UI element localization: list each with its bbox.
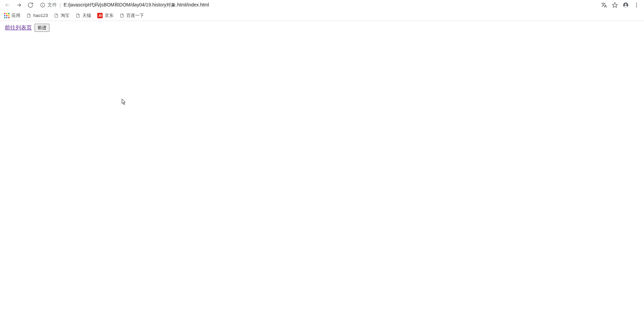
cursor-icon [122,99,126,105]
svg-point-5 [625,4,627,5]
menu-icon[interactable] [633,2,640,8]
bookmark-label: 淘宝 [61,13,69,19]
svg-marker-3 [612,3,618,7]
svg-point-6 [636,3,637,4]
bookmark-label: 京东 [105,13,113,19]
page-content: 前往列表页 前进 [0,21,644,35]
address-separator: | [60,2,61,8]
bookmark-taobao[interactable]: 淘宝 [54,13,69,19]
forward-page-button[interactable]: 前进 [35,24,49,32]
profile-icon[interactable] [622,2,629,8]
bookmark-label: 百度一下 [126,13,144,19]
browser-toolbar: 文件 | E:/javascript代码/jsBOM和DOM/day04/19.… [0,0,644,10]
jd-icon: JD [97,13,103,18]
page-icon [120,13,124,18]
reload-button[interactable] [26,0,35,10]
bookmark-jd[interactable]: JD 京东 [97,13,113,19]
bookmark-baidu[interactable]: 百度一下 [120,13,144,19]
toolbar-right-icons [601,2,641,8]
bookmark-tmall[interactable]: 天猫 [76,13,91,19]
site-info-icon[interactable] [40,2,45,8]
bookmark-apps[interactable]: 应用 [4,13,20,19]
address-url: E:/javascript代码/jsBOM和DOM/day04/19.histo… [64,2,209,8]
page-icon [26,13,31,18]
address-bar[interactable]: 文件 | E:/javascript代码/jsBOM和DOM/day04/19.… [37,0,599,10]
translate-icon[interactable] [601,2,607,8]
star-icon[interactable] [611,2,618,8]
forward-button[interactable] [14,0,24,10]
svg-point-8 [636,6,637,7]
back-button[interactable] [3,0,12,10]
bookmark-label: hao123 [33,13,48,18]
list-page-link[interactable]: 前往列表页 [5,25,32,30]
apps-icon [4,13,9,18]
page-icon [54,13,59,18]
bookmarks-bar: 应用 hao123 淘宝 天猫 JD 京东 百度一下 [0,10,644,21]
bookmark-label: 应用 [12,13,20,19]
bookmark-label: 天猫 [82,13,91,19]
svg-point-7 [636,5,637,6]
page-icon [76,13,80,18]
bookmark-hao123[interactable]: hao123 [26,13,48,18]
address-prefix: 文件 [47,2,57,8]
